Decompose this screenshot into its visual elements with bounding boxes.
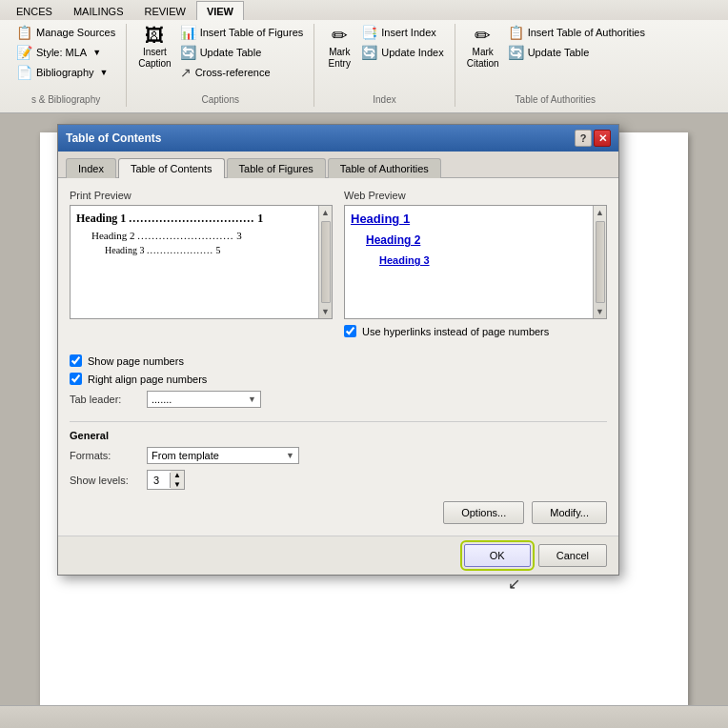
tab-mailings[interactable]: MAILINGS bbox=[63, 1, 134, 21]
options-button[interactable]: Options... bbox=[443, 501, 524, 524]
mark-entry-icon: ✏ bbox=[332, 26, 348, 45]
dialog-tab-toc[interactable]: Table of Contents bbox=[118, 158, 225, 178]
preview-row: Print Preview Heading 1 ................… bbox=[70, 190, 607, 343]
style-dropdown-icon: ▼ bbox=[92, 48, 101, 57]
options-row: Show page numbers Right align page numbe… bbox=[70, 354, 607, 414]
right-options bbox=[348, 354, 607, 414]
left-options: Show page numbers Right align page numbe… bbox=[70, 354, 329, 414]
cross-reference-button[interactable]: ↗ Cross-reference bbox=[177, 64, 307, 81]
scroll-up-arrow[interactable]: ▲ bbox=[319, 206, 332, 219]
update-authorities-icon: 🔄 bbox=[508, 45, 524, 60]
table-of-authorities-group: ✏ MarkCitation 📋 Insert Table of Authori… bbox=[455, 24, 656, 107]
dialog-tab-authorities[interactable]: Table of Authorities bbox=[328, 158, 441, 178]
mark-citation-button[interactable]: ✏ MarkCitation bbox=[463, 24, 503, 71]
ok-button[interactable]: OK bbox=[464, 544, 531, 567]
tab-leader-label: Tab leader: bbox=[70, 394, 141, 405]
web-preview-scrollbar[interactable]: ▲ ▼ bbox=[593, 206, 606, 318]
print-preview-content: Heading 1 ..............................… bbox=[76, 212, 326, 255]
toc-heading2-web[interactable]: Heading 2 bbox=[351, 233, 585, 247]
bibliography-dropdown-icon: ▼ bbox=[100, 68, 109, 77]
toc-heading1-web[interactable]: Heading 1 bbox=[351, 212, 585, 226]
toc-heading2-print: Heading 2 ........................... 3 bbox=[76, 230, 311, 241]
right-align-label: Right align page numbers bbox=[88, 374, 207, 385]
dialog-titlebar: Table of Contents ? ✕ bbox=[58, 125, 618, 152]
scroll-thumb[interactable] bbox=[321, 221, 331, 303]
print-preview-label: Print Preview bbox=[70, 190, 333, 201]
toc-heading1-print: Heading 1 ..............................… bbox=[76, 212, 311, 226]
formats-dropdown-arrow: ▼ bbox=[286, 451, 294, 460]
manage-sources-button[interactable]: 📋 Manage Sources bbox=[13, 24, 118, 41]
insert-authorities-icon: 📋 bbox=[508, 25, 524, 40]
print-preview-scrollbar[interactable]: ▲ ▼ bbox=[318, 206, 332, 318]
dialog-tab-figures[interactable]: Table of Figures bbox=[227, 158, 326, 178]
insert-caption-button[interactable]: 🖼 InsertCaption bbox=[134, 24, 174, 71]
mark-entry-button[interactable]: ✏ MarkEntry bbox=[322, 24, 356, 71]
show-levels-label: Show levels: bbox=[70, 475, 141, 486]
web-scroll-thumb[interactable] bbox=[596, 221, 605, 303]
dialog-title: Table of Contents bbox=[66, 131, 161, 145]
dialog-titlebar-buttons: ? ✕ bbox=[575, 130, 611, 147]
show-page-numbers-row: Show page numbers bbox=[70, 354, 329, 367]
show-page-numbers-checkbox[interactable] bbox=[70, 354, 82, 367]
insert-index-button[interactable]: 📑 Insert Index bbox=[358, 24, 446, 41]
formats-dropdown[interactable]: From template ▼ bbox=[147, 447, 299, 464]
dialog-close-button[interactable]: ✕ bbox=[594, 130, 611, 147]
tab-view[interactable]: VIEW bbox=[196, 1, 244, 21]
cancel-button[interactable]: Cancel bbox=[538, 544, 607, 567]
bibliography-icon: 📄 bbox=[16, 65, 32, 80]
insert-table-figures-icon: 📊 bbox=[180, 25, 196, 40]
print-preview-section: Print Preview Heading 1 ................… bbox=[70, 190, 333, 343]
web-scroll-down-arrow[interactable]: ▼ bbox=[594, 305, 606, 318]
right-align-checkbox[interactable] bbox=[70, 373, 82, 385]
citations-bibliography-items: 📋 Manage Sources 📝 Style: MLA ▼ 📄 Biblio… bbox=[13, 24, 118, 92]
tab-ences[interactable]: ENCES bbox=[6, 1, 63, 21]
bibliography-button[interactable]: 📄 Bibliography ▼ bbox=[13, 64, 118, 81]
captions-group: 🖼 InsertCaption 📊 OK Insert Table of Fig… bbox=[127, 24, 314, 107]
tab-review[interactable]: REVIEW bbox=[133, 1, 195, 21]
spinner-down-button[interactable]: ▼ bbox=[171, 480, 184, 490]
insert-table-of-figures-button[interactable]: 📊 OK Insert Table of Figures bbox=[177, 24, 307, 41]
update-index-icon: 🔄 bbox=[361, 45, 377, 60]
tab-leader-value: ....... bbox=[152, 394, 172, 405]
use-hyperlinks-label: Use hyperlinks instead of page numbers bbox=[362, 326, 549, 337]
table-of-authorities-items: ✏ MarkCitation 📋 Insert Table of Authori… bbox=[463, 24, 648, 92]
tab-leader-dropdown[interactable]: ....... ▼ bbox=[147, 391, 261, 408]
insert-table-of-authorities-button[interactable]: 📋 Insert Table of Authorities bbox=[505, 24, 648, 41]
spinner-up-button[interactable]: ▲ bbox=[171, 471, 184, 480]
print-preview-box: Heading 1 ..............................… bbox=[70, 205, 333, 319]
right-align-row: Right align page numbers bbox=[70, 373, 329, 385]
web-preview-box: Heading 1 Heading 2 Heading 3 ▲ ▼ bbox=[344, 205, 607, 319]
tab-leader-row: Tab leader: ....... ▼ bbox=[70, 391, 329, 408]
index-items: ✏ MarkEntry 📑 Insert Index 🔄 Update Inde… bbox=[322, 24, 446, 92]
citations-bibliography-group: 📋 Manage Sources 📝 Style: MLA ▼ 📄 Biblio… bbox=[6, 24, 127, 107]
web-preview-label: Web Preview bbox=[344, 190, 607, 201]
update-table-figures-button[interactable]: 🔄 Update Table bbox=[177, 44, 307, 61]
style-mla-button[interactable]: 📝 Style: MLA ▼ bbox=[13, 44, 118, 61]
toc-heading3-web[interactable]: Heading 3 bbox=[351, 254, 585, 266]
scroll-down-arrow[interactable]: ▼ bbox=[319, 305, 332, 318]
show-levels-spinner[interactable]: 3 ▲ ▼ bbox=[147, 470, 185, 490]
update-table-authorities-button[interactable]: 🔄 Update Table bbox=[505, 44, 648, 61]
show-levels-row: Show levels: 3 ▲ ▼ bbox=[70, 470, 607, 490]
toc-heading3-print: Heading 3 .................... 5 bbox=[76, 245, 311, 255]
cross-reference-icon: ↗ bbox=[180, 65, 192, 80]
formats-label: Formats: bbox=[70, 450, 141, 461]
manage-sources-icon: 📋 bbox=[16, 25, 32, 40]
action-buttons-row: Options... Modify... bbox=[70, 501, 607, 524]
update-index-button[interactable]: 🔄 Update Index bbox=[358, 44, 446, 61]
use-hyperlinks-checkbox[interactable] bbox=[344, 325, 356, 337]
ribbon: 📋 Manage Sources 📝 Style: MLA ▼ 📄 Biblio… bbox=[0, 20, 728, 113]
web-scroll-up-arrow[interactable]: ▲ bbox=[594, 206, 606, 219]
dialog-help-button[interactable]: ? bbox=[575, 130, 592, 147]
spinner-buttons: ▲ ▼ bbox=[171, 471, 184, 489]
captions-items: 🖼 InsertCaption 📊 OK Insert Table of Fig… bbox=[134, 24, 306, 92]
modify-button[interactable]: Modify... bbox=[532, 501, 607, 524]
formats-row: Formats: From template ▼ bbox=[70, 447, 607, 464]
dialog-footer: OK Cancel bbox=[58, 536, 618, 575]
insert-caption-icon: 🖼 bbox=[145, 26, 164, 45]
insert-index-icon: 📑 bbox=[361, 25, 377, 40]
dialog-tab-index[interactable]: Index bbox=[66, 158, 116, 178]
divider bbox=[70, 421, 607, 422]
citations-bibliography-label: s & Bibliography bbox=[13, 92, 118, 107]
use-hyperlinks-row: Use hyperlinks instead of page numbers bbox=[344, 325, 607, 337]
